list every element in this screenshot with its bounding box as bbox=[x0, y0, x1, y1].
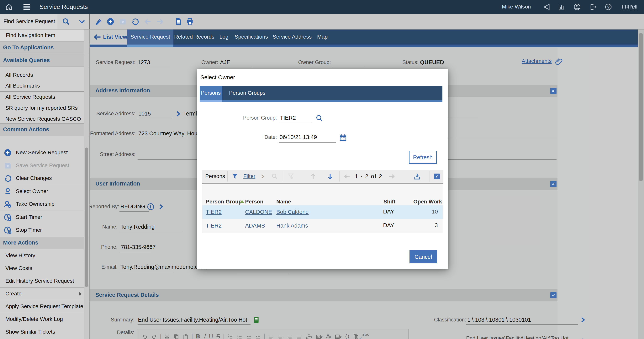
toolbar-separator bbox=[430, 171, 430, 182]
sidebar-item-apply-service-request-template[interactable]: Apply Service Request Template bbox=[0, 300, 89, 313]
select-owner-icon bbox=[4, 187, 12, 196]
user-name[interactable]: Mike Wilson bbox=[502, 4, 531, 10]
reports-menu-icon[interactable] bbox=[174, 17, 182, 26]
sidebar-header-common-actions[interactable]: Common Actions bbox=[0, 123, 89, 136]
col-person[interactable]: Person bbox=[245, 199, 264, 205]
cell-name[interactable]: Hank Adams bbox=[276, 222, 308, 229]
dialog-title: Select Owner bbox=[200, 74, 235, 81]
table-caption: Persons bbox=[205, 173, 225, 179]
reports-icon[interactable] bbox=[558, 3, 566, 11]
sidebar-item-modify-delete-work-log[interactable]: Modify/Delete Work Log bbox=[0, 313, 89, 326]
previous-record-icon[interactable] bbox=[144, 17, 152, 26]
sidebar-item-show-similar-tickets[interactable]: Show Similar Tickets bbox=[0, 326, 89, 338]
submenu-arrow-icon bbox=[78, 292, 82, 296]
save-icon[interactable] bbox=[118, 17, 127, 26]
find-service-request-input[interactable]: Find Service Request bbox=[0, 14, 58, 29]
save-icon bbox=[4, 161, 12, 170]
select-value-icon[interactable] bbox=[315, 114, 323, 122]
profile-icon[interactable] bbox=[573, 3, 581, 11]
sign-out-icon[interactable] bbox=[589, 3, 597, 11]
edit-icon[interactable] bbox=[94, 17, 103, 26]
tab-person-groups[interactable]: Person Groups bbox=[229, 90, 265, 96]
chevron-down-icon[interactable] bbox=[78, 17, 86, 26]
next-page-icon bbox=[388, 173, 396, 180]
svg-text:?: ? bbox=[607, 5, 610, 10]
sort-ascending-icon[interactable] bbox=[240, 200, 244, 203]
col-person-group[interactable]: Person Group bbox=[206, 199, 242, 205]
sidebar-item-new-service-request[interactable]: New Service Request bbox=[0, 146, 89, 159]
sidebar-item-all-service-requests[interactable]: All Service Requests bbox=[0, 92, 89, 103]
refresh-button[interactable]: Refresh bbox=[409, 151, 437, 164]
sidebar-item-edit-history-service-request[interactable]: Edit History Service Request bbox=[0, 275, 89, 287]
date-label: Date: bbox=[264, 134, 277, 140]
home-icon[interactable] bbox=[5, 3, 13, 11]
ibm-logo: IBM bbox=[621, 3, 638, 12]
field-underline bbox=[279, 123, 312, 123]
dialog-tabs: Persons Person Groups bbox=[200, 86, 442, 100]
clear-changes-icon[interactable] bbox=[131, 17, 139, 26]
expand-filter-icon[interactable] bbox=[259, 174, 265, 179]
filter-link[interactable]: Filter bbox=[244, 173, 255, 179]
sidebar-item-new-service-requests-gasco[interactable]: New Service Requests GASCO bbox=[0, 114, 89, 125]
sidebar-item-select-owner[interactable]: Select Owner bbox=[0, 185, 89, 198]
sidebar-item-all-records[interactable]: All Records bbox=[0, 70, 89, 81]
sidebar-scrollbar-thumb[interactable] bbox=[85, 148, 88, 287]
new-service-request-icon bbox=[4, 148, 12, 157]
sidebar-header-go-to-applications[interactable]: Go To Applications bbox=[0, 42, 89, 54]
collapse-table-icon[interactable] bbox=[434, 174, 440, 179]
next-row-icon[interactable] bbox=[326, 173, 334, 180]
sidebar-item-take-ownership[interactable]: Take Ownership bbox=[0, 198, 89, 211]
sidebar-item-sr-query-for-my-reported-srs[interactable]: SR query for my reported SRs bbox=[0, 103, 89, 114]
find-navigation-input[interactable]: Find Navigation Item bbox=[0, 30, 89, 42]
select-owner-dialog: Select Owner Persons Person Groups Perso… bbox=[197, 69, 448, 269]
sidebar-item-create[interactable]: Create bbox=[0, 287, 89, 300]
person-group-value[interactable]: TIER2 bbox=[280, 115, 296, 121]
sidebar-item-start-timer[interactable]: Start Timer bbox=[0, 211, 89, 224]
cell-open-work: 10 bbox=[432, 208, 438, 215]
download-icon[interactable] bbox=[413, 173, 421, 180]
date-value[interactable]: 06/10/21 13:49 bbox=[280, 134, 317, 140]
persons-table-toolbar: Persons Filter 1 - 2 of 2 bbox=[202, 170, 443, 184]
field-underline bbox=[279, 142, 336, 143]
pagination-label: 1 - 2 of 2 bbox=[355, 173, 382, 180]
print-icon[interactable] bbox=[186, 17, 194, 26]
announcements-icon[interactable] bbox=[544, 3, 551, 11]
clear-changes-icon bbox=[4, 174, 12, 183]
table-row[interactable]: TIER2 ADAMS Hank Adams DAY 3 bbox=[202, 219, 443, 233]
cell-person-group[interactable]: TIER2 bbox=[206, 209, 222, 215]
calendar-icon[interactable] bbox=[339, 133, 347, 142]
cancel-button[interactable]: Cancel bbox=[410, 250, 437, 263]
sidebar-item-clear-changes[interactable]: Clear Changes bbox=[0, 172, 89, 185]
col-name[interactable]: Name bbox=[276, 199, 291, 205]
previous-row-icon bbox=[309, 173, 317, 180]
search-rows-icon bbox=[271, 173, 278, 180]
sidebar-item-view-costs[interactable]: View Costs bbox=[0, 262, 89, 275]
clear-filter-icon bbox=[287, 173, 295, 180]
service-requests-app: Service Requests Mike Wilson ? IBM Find … bbox=[0, 0, 644, 339]
filter-icon[interactable] bbox=[231, 173, 239, 180]
help-icon[interactable]: ? bbox=[604, 3, 612, 11]
start-timer-icon bbox=[4, 213, 12, 222]
col-shift[interactable]: Shift bbox=[384, 199, 396, 205]
cell-person[interactable]: ADAMS bbox=[245, 222, 265, 229]
cell-name[interactable]: Bob Caldone bbox=[276, 209, 309, 215]
sidebar-header-more-actions[interactable]: More Actions bbox=[0, 237, 89, 249]
col-open-work[interactable]: Open Work bbox=[413, 199, 442, 205]
toolbar-separator bbox=[339, 171, 340, 182]
search-icon[interactable] bbox=[62, 17, 70, 26]
tab-persons[interactable]: Persons bbox=[200, 86, 222, 100]
menu-icon[interactable] bbox=[22, 3, 31, 11]
table-row[interactable]: TIER2 CALDONE Bob Caldone DAY 10 bbox=[202, 205, 443, 219]
sidebar-item-view-history[interactable]: View History bbox=[0, 249, 89, 262]
new-record-icon[interactable] bbox=[106, 17, 115, 26]
navigation-sidebar: Find Navigation Item Go To Applications … bbox=[0, 30, 90, 339]
sidebar-item-stop-timer[interactable]: Stop Timer bbox=[0, 224, 89, 237]
sidebar-scrollbar[interactable] bbox=[84, 30, 89, 339]
sidebar-header-available-queries[interactable]: Available Queries bbox=[0, 54, 89, 67]
sidebar-item-save-service-request[interactable]: Save Service Request bbox=[0, 159, 89, 172]
sidebar-item-all-bookmarks[interactable]: All Bookmarks bbox=[0, 81, 89, 92]
cell-person-group[interactable]: TIER2 bbox=[206, 222, 222, 229]
cell-shift: DAY bbox=[383, 222, 394, 228]
next-record-icon[interactable] bbox=[156, 17, 164, 26]
cell-person[interactable]: CALDONE bbox=[245, 209, 272, 215]
